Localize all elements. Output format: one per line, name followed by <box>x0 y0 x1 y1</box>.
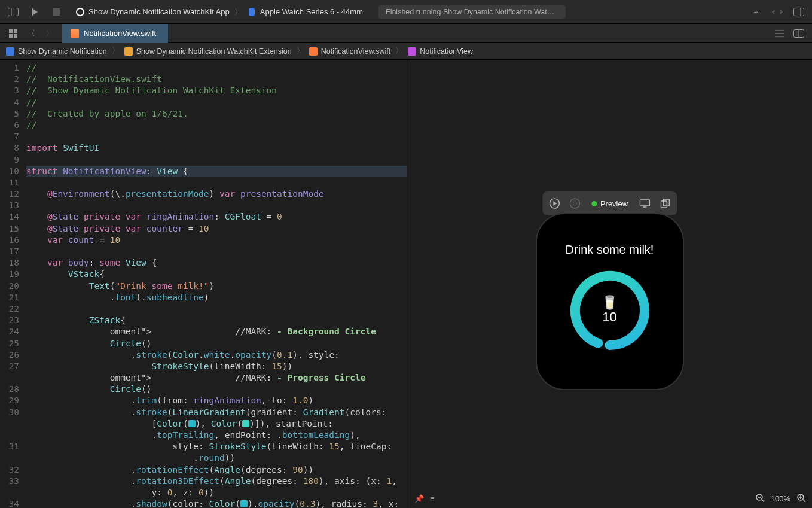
crumb-separator: 〉 <box>395 46 403 56</box>
status-bar[interactable]: Finished running Show Dynamic Notificati… <box>378 5 566 19</box>
ring-center: 🥛 10 <box>567 267 653 354</box>
svg-rect-11 <box>14 34 17 38</box>
svg-rect-0 <box>8 8 19 16</box>
tab-bar: 〈 〉 NotificationView.swift <box>0 24 812 43</box>
code-content[interactable]: //// NotificationView.swift// Show Dynam… <box>24 60 407 508</box>
zoom-controls: 100% <box>755 493 806 504</box>
svg-rect-9 <box>14 29 17 33</box>
svg-rect-2 <box>53 8 60 16</box>
related-items-icon[interactable] <box>5 25 22 42</box>
preview-status-label: Preview <box>600 199 628 208</box>
inspect-preview-icon[interactable] <box>565 194 584 213</box>
crumb-file-label: NotificationView.swift <box>321 47 391 56</box>
breadcrumb: Show Dynamic Notification 〉 Show Dynamic… <box>0 43 812 60</box>
svg-rect-23 <box>663 199 669 206</box>
crumb-project-label: Show Dynamic Notification <box>18 47 107 56</box>
svg-point-4 <box>77 9 83 15</box>
canvas-menu-icon[interactable]: ≡ <box>430 494 435 503</box>
svg-rect-8 <box>9 29 13 33</box>
stop-button[interactable] <box>48 4 65 20</box>
run-button[interactable] <box>26 4 43 20</box>
progress-ring: 🥛 10 <box>567 267 653 354</box>
code-editor[interactable]: 1234567891011121314151617181920212223242… <box>0 60 407 508</box>
swift-file-icon <box>71 29 79 38</box>
scheme-selector[interactable]: Show Dynamic Notification WatchKit App 〉… <box>69 7 369 17</box>
struct-icon <box>408 47 416 56</box>
code-review-icon[interactable] <box>769 4 786 20</box>
crumb-project[interactable]: Show Dynamic Notification <box>6 47 107 56</box>
preview-panel: Preview Drink some milk! <box>407 60 812 508</box>
crumb-symbol-label: NotificationView <box>420 47 473 56</box>
watch-title: Drink some milk! <box>566 243 654 257</box>
play-preview-icon[interactable] <box>545 194 564 213</box>
tab-active-file[interactable]: NotificationView.swift <box>62 24 168 43</box>
zoom-level[interactable]: 100% <box>771 494 790 503</box>
scheme-separator: 〉 <box>234 7 242 17</box>
pin-icon[interactable]: 📌 <box>414 494 424 503</box>
crumb-folder-label: Show Dynamic Notification WatchKit Exten… <box>136 47 292 56</box>
sidebar-toggle-icon[interactable] <box>5 4 22 20</box>
library-icon[interactable] <box>790 4 807 20</box>
svg-rect-10 <box>9 34 13 38</box>
crumb-file[interactable]: NotificationView.swift <box>309 47 391 56</box>
crumb-folder[interactable]: Show Dynamic Notification WatchKit Exten… <box>124 47 292 56</box>
svg-line-30 <box>803 500 805 502</box>
add-tab-icon[interactable]: ＋ <box>747 4 764 20</box>
svg-point-18 <box>570 199 579 208</box>
svg-rect-22 <box>661 201 667 208</box>
crumb-separator: 〉 <box>112 46 120 56</box>
canvas-options: 📌 ≡ <box>414 494 435 503</box>
watch-preview: Drink some milk! 🥛 10 <box>536 213 684 390</box>
scheme-app-label: Show Dynamic Notification WatchKit App <box>88 7 230 16</box>
forward-button[interactable]: 〉 <box>41 25 57 42</box>
svg-rect-5 <box>249 8 255 16</box>
preview-status-dot <box>591 201 597 206</box>
svg-rect-20 <box>640 200 649 206</box>
tab-label: NotificationView.swift <box>84 29 156 38</box>
crumb-symbol[interactable]: NotificationView <box>408 47 473 56</box>
preview-toolbar: Preview <box>542 191 677 215</box>
zoom-out-icon[interactable] <box>755 493 765 504</box>
back-button[interactable]: 〈 <box>23 25 39 42</box>
project-icon <box>6 47 14 56</box>
svg-line-27 <box>762 500 764 502</box>
svg-rect-6 <box>794 8 804 16</box>
device-preview-icon[interactable] <box>635 194 654 213</box>
duplicate-preview-icon[interactable] <box>655 194 674 213</box>
toolbar: Show Dynamic Notification WatchKit App 〉… <box>0 0 812 24</box>
adjust-editor-icon[interactable] <box>790 25 807 42</box>
swift-icon <box>309 47 318 56</box>
countdown-number: 10 <box>602 309 616 325</box>
svg-point-19 <box>573 202 576 205</box>
crumb-separator: 〉 <box>297 46 304 56</box>
editor-options-icon[interactable] <box>771 25 788 42</box>
milk-icon: 🥛 <box>602 296 618 309</box>
folder-icon <box>124 47 133 56</box>
zoom-in-icon[interactable] <box>796 493 806 504</box>
line-gutter: 1234567891011121314151617181920212223242… <box>0 60 24 508</box>
preview-status[interactable]: Preview <box>585 199 634 208</box>
scheme-device-label: Apple Watch Series 6 - 44mm <box>260 7 363 16</box>
main-split: 1234567891011121314151617181920212223242… <box>0 60 812 508</box>
